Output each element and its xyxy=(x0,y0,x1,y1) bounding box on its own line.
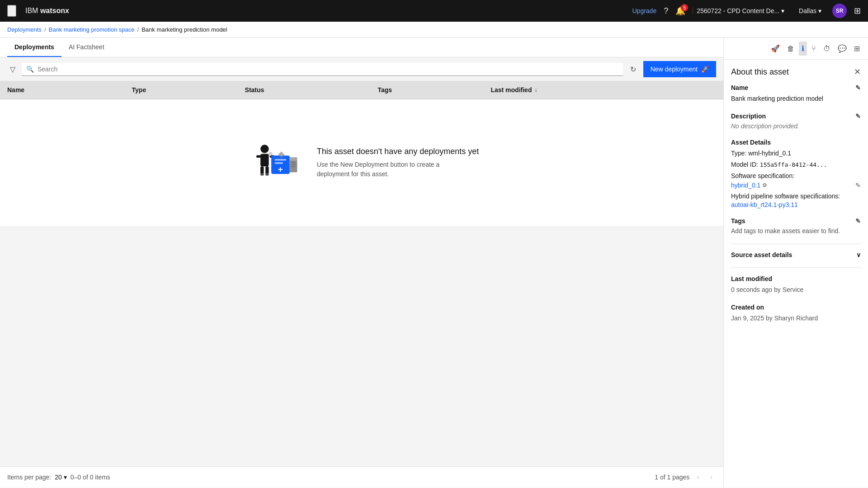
grid-icon: ⊞ xyxy=(854,6,861,16)
branch-icon: ⑂ xyxy=(811,45,816,53)
tab-ai-factsheet[interactable]: AI Factsheet xyxy=(61,38,112,57)
panel-toolbar: 🚀 🗑 ℹ ⑂ ⏱ 💬 ⊞ xyxy=(724,38,868,60)
per-page-chevron-icon: ▾ xyxy=(64,474,67,481)
software-spec-row: hybrid_0.1 ⚙ ✎ xyxy=(731,182,861,189)
history-icon: ⏱ xyxy=(823,45,830,53)
search-input[interactable] xyxy=(38,66,618,73)
description-edit-icon[interactable]: ✎ xyxy=(855,113,861,120)
breadcrumb: Deployments / Bank marketing promotion s… xyxy=(0,22,868,38)
panel-branch-button[interactable]: ⑂ xyxy=(809,42,819,56)
col-type: Type xyxy=(125,81,238,99)
tab-deployments[interactable]: Deployments xyxy=(7,38,61,57)
toolbar: ▽ 🔍 ↻ New deployment 🚀 xyxy=(0,57,723,81)
panel-asset-details-title: Asset Details xyxy=(731,139,861,146)
tiles-icon: ⊞ xyxy=(854,44,860,53)
source-chevron-icon: ∨ xyxy=(856,251,861,258)
workspace-label: 2560722 - CPD Content De... xyxy=(697,7,779,14)
table-container: Name Type Status Tags Last modified ↓ xyxy=(0,81,723,466)
svg-rect-1 xyxy=(260,154,269,167)
empty-heading: This asset doesn't have any deployments … xyxy=(317,147,479,156)
panel-header: About this asset ✕ xyxy=(731,67,861,77)
panel-grid-button[interactable]: ⊞ xyxy=(851,42,863,56)
col-last-modified[interactable]: Last modified ↓ xyxy=(483,81,723,99)
source-section-header[interactable]: Source asset details ∨ xyxy=(731,251,861,258)
help-button[interactable]: ? xyxy=(664,6,668,16)
workspace-selector[interactable]: 2560722 - CPD Content De... ▾ xyxy=(693,7,788,14)
empty-description: Use the New Deployment button to create … xyxy=(317,160,453,179)
asset-model-id: Model ID: 155a5ffa-8412-44... xyxy=(731,160,861,169)
filter-icon: ▽ xyxy=(10,65,15,74)
search-icon: 🔍 xyxy=(26,66,34,73)
panel-comment-button[interactable]: 💬 xyxy=(835,42,849,56)
sort-icon: ↓ xyxy=(534,87,537,93)
refresh-icon: ↻ xyxy=(630,66,636,73)
svg-text:+: + xyxy=(278,164,283,174)
tags-edit-icon[interactable]: ✎ xyxy=(855,217,861,225)
top-navigation: ☰ IBM watsonx Upgrade ? 🔔 5 2560722 - CP… xyxy=(0,0,868,22)
panel-tags-value: Add tags to make assets easier to find. xyxy=(731,227,861,235)
refresh-button[interactable]: ↻ xyxy=(627,61,640,77)
app-switcher-button[interactable]: ⊞ xyxy=(854,6,861,16)
panel-section-description: Description ✎ No description provided. xyxy=(731,113,861,130)
next-page-button[interactable]: › xyxy=(707,471,716,483)
pipeline-label: Hybrid pipeline software specifications: xyxy=(731,192,861,201)
panel-tags-title: Tags ✎ xyxy=(731,217,861,225)
panel-rocket-button[interactable]: 🚀 xyxy=(768,42,783,56)
main-wrapper: Deployments AI Factsheet ▽ 🔍 ↻ New deplo… xyxy=(0,38,868,488)
panel-trash-button[interactable]: 🗑 xyxy=(784,42,797,56)
panel-divider xyxy=(731,244,861,244)
breadcrumb-deployments-link[interactable]: Deployments xyxy=(7,26,42,33)
pagination-bar: Items per page: 20 ▾ 0–0 of 0 items 1 of… xyxy=(0,466,723,488)
empty-text: This asset doesn't have any deployments … xyxy=(317,147,479,179)
created-on-value: Jan 9, 2025 by Sharyn Richard xyxy=(731,314,861,323)
svg-rect-15 xyxy=(291,164,295,165)
brand-logo: IBM watsonx xyxy=(25,7,627,15)
comment-icon: 💬 xyxy=(838,44,847,53)
asset-software-spec: Software specification: xyxy=(731,171,861,181)
panel-history-button[interactable]: ⏱ xyxy=(821,42,833,56)
panel-section-last-modified: Last modified 0 seconds ago by Service xyxy=(731,275,861,295)
source-section-label: Source asset details xyxy=(731,251,792,258)
panel-section-created-on: Created on Jan 9, 2025 by Sharyn Richard xyxy=(731,304,861,323)
panel-close-button[interactable]: ✕ xyxy=(854,67,861,77)
col-status: Status xyxy=(238,81,371,99)
panel-description-title: Description ✎ xyxy=(731,113,861,120)
svg-rect-14 xyxy=(291,162,295,163)
svg-rect-10 xyxy=(274,162,283,164)
topnav-actions: Upgrade ? 🔔 5 2560722 - CPD Content De..… xyxy=(632,4,861,18)
user-avatar[interactable]: SR xyxy=(832,4,847,18)
svg-rect-9 xyxy=(274,159,286,161)
filter-button[interactable]: ▽ xyxy=(7,62,18,76)
page-label: 1 of 1 pages xyxy=(655,474,689,481)
software-spec-link[interactable]: hybrid_0.1 xyxy=(731,182,760,189)
panel-name-title: Name ✎ xyxy=(731,84,861,91)
range-label: 0–0 of 0 items xyxy=(71,474,110,481)
panel-description-value: No description provided. xyxy=(731,122,861,130)
panel-info-button[interactable]: ℹ xyxy=(799,42,807,56)
notifications-button[interactable]: 🔔 5 xyxy=(675,6,685,16)
items-per-page-label: Items per page: xyxy=(7,474,51,481)
brand-name: IBM xyxy=(25,7,40,14)
empty-illustration: + xyxy=(245,136,299,190)
hamburger-menu-button[interactable]: ☰ xyxy=(7,5,16,17)
pipeline-link[interactable]: autoai-kb_rt24.1-py3.11 xyxy=(731,201,798,208)
items-per-page-select[interactable]: 20 ▾ xyxy=(55,474,67,481)
software-spec-edit-icon[interactable]: ✎ xyxy=(855,182,861,189)
rocket-icon: 🚀 xyxy=(771,44,780,53)
deployments-table: Name Type Status Tags Last modified ↓ xyxy=(0,81,723,226)
col-name: Name xyxy=(0,81,125,99)
gear-icon: ⚙ xyxy=(762,182,767,188)
panel-name-value: Bank marketing prediction model xyxy=(731,94,861,103)
panel-section-asset-details: Asset Details Type: wml-hybrid_0.1 Model… xyxy=(731,139,861,208)
created-on-title: Created on xyxy=(731,304,861,311)
per-page-value: 20 xyxy=(55,474,62,481)
breadcrumb-space-link[interactable]: Bank marketing promotion space xyxy=(49,26,135,33)
breadcrumb-current: Bank marketing prediction model xyxy=(142,26,227,33)
region-selector[interactable]: Dallas ▾ xyxy=(795,7,825,14)
last-modified-label: Last modified xyxy=(491,86,532,94)
name-edit-icon[interactable]: ✎ xyxy=(855,84,861,91)
prev-page-button[interactable]: ‹ xyxy=(693,471,703,483)
last-modified-value: 0 seconds ago by Service xyxy=(731,285,861,295)
upgrade-link[interactable]: Upgrade xyxy=(632,7,656,14)
new-deployment-button[interactable]: New deployment 🚀 xyxy=(643,61,716,77)
